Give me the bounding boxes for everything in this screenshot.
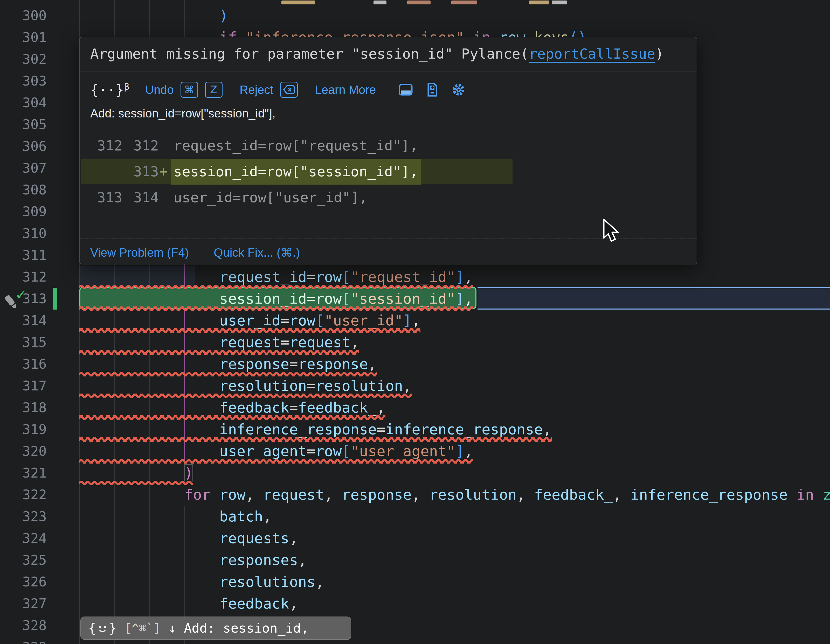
line-number: 328	[0, 614, 47, 636]
diff-row-context: 313314user_id=row["user_id"],	[80, 185, 697, 210]
error-squiggle	[79, 328, 420, 333]
line-number: 306	[0, 135, 47, 157]
code-text: )	[79, 5, 228, 27]
code-text: feedback,	[79, 593, 298, 614]
line-number: 323	[0, 506, 47, 527]
error-message: Argument missing for parameter "session_…	[90, 46, 664, 62]
z-key-hint: Z	[205, 82, 223, 98]
diff-preview: 312312request_id=row["request_id"],313+s…	[80, 133, 697, 210]
code-line-315[interactable]: 315 request=request,	[0, 331, 830, 353]
toggle-panel-icon[interactable]	[398, 82, 413, 97]
line-number: 326	[0, 571, 47, 593]
error-squiggle	[79, 481, 193, 485]
line-number: 303	[0, 70, 47, 92]
diff-row-context: 312312request_id=row["request_id"],	[80, 133, 697, 159]
line-number: 316	[0, 353, 47, 375]
report-call-issue-link[interactable]: reportCallIssue	[529, 46, 656, 62]
code-line-327[interactable]: 327 feedback,	[0, 593, 830, 614]
copilot-face-icon: { }	[88, 621, 117, 636]
code-line-317[interactable]: 317 resolution=resolution,	[0, 375, 830, 397]
copilot-beta-icon: {··}β	[90, 81, 130, 98]
diff-new-line-number: 314	[125, 185, 159, 210]
code-line-321[interactable]: 321 )	[0, 462, 830, 484]
code-line-312[interactable]: 312 request_id=row["request_id"],	[0, 266, 830, 288]
copilot-next-edit-hint[interactable]: { } [^⌘`] ↓ Add: session_id,	[81, 617, 351, 640]
keybinding-hint: [^⌘`]	[125, 621, 160, 635]
inline-fix-toolbar: {··}β Undo ⌘ Z Reject Learn More	[90, 76, 466, 103]
code-line-322[interactable]: 322 for row, request, response, resoluti…	[0, 484, 830, 506]
line-number: 325	[0, 549, 47, 571]
line-number: 322	[0, 484, 47, 506]
escape-key-icon	[280, 82, 298, 98]
git-added-gutter-bar	[53, 288, 57, 310]
undo-button[interactable]: Undo	[145, 83, 174, 97]
error-squiggle	[79, 437, 552, 442]
code-line-318[interactable]: 318 feedback=feedback_,	[0, 397, 830, 418]
code-line-319[interactable]: 319 inference_response=inference_respons…	[0, 418, 830, 440]
line-number: 311	[0, 244, 47, 266]
line-number: 309	[0, 201, 47, 222]
line-number: 310	[0, 222, 47, 244]
current-line-border	[477, 287, 830, 310]
diff-new-line-number: 312	[125, 133, 159, 159]
line-number: 317	[0, 375, 47, 397]
line-number: 300	[0, 5, 47, 27]
diff-old-line-number: 313	[89, 185, 122, 210]
diff-code: session_id=row["session_id"],	[171, 159, 421, 185]
code-text: batch,	[79, 506, 272, 527]
code-line-313[interactable]: 313 session_id=row["session_id"],	[0, 288, 830, 310]
error-squiggle	[79, 415, 385, 420]
error-text: Argument missing for parameter "session_…	[90, 46, 529, 62]
line-number: 308	[0, 179, 47, 201]
diff-plus-sign: +	[159, 159, 168, 185]
line-number: 312	[0, 266, 47, 288]
hint-label: ↓ Add: session_id,	[168, 621, 309, 636]
code-line-316[interactable]: 316 response=response,	[0, 353, 830, 375]
code-text: for row, request, response, resolution, …	[79, 484, 830, 506]
code-line-300[interactable]: 300 )	[0, 5, 830, 27]
code-line-320[interactable]: 320 user_agent=row["user_agent"],	[0, 440, 830, 462]
reject-button[interactable]: Reject	[240, 83, 273, 97]
learn-more-link[interactable]: Learn More	[315, 83, 376, 97]
error-squiggle	[79, 372, 377, 377]
backspace-icon	[283, 85, 295, 94]
line-number: 301	[0, 27, 47, 48]
diff-code: request_id=row["request_id"],	[174, 133, 418, 159]
code-text: resolutions,	[79, 571, 324, 593]
copilot-edit-gutter-indicator[interactable]: ✓	[2, 290, 33, 310]
line-number: 302	[0, 48, 47, 70]
code-line-326[interactable]: 326 resolutions,	[0, 571, 830, 593]
code-line-325[interactable]: 325 responses,	[0, 549, 830, 571]
code-line-314[interactable]: 314 user_id=row["user_id"],	[0, 310, 830, 331]
mouse-cursor	[602, 218, 621, 244]
quick-fix-link[interactable]: Quick Fix... (⌘.)	[214, 245, 300, 259]
code-text: responses,	[79, 549, 307, 571]
settings-gear-icon[interactable]	[451, 82, 466, 97]
hover-actions: View Problem (F4) Quick Fix... (⌘.)	[90, 242, 300, 263]
diff-old-line-number: 312	[89, 133, 122, 159]
diff-row-added: 313+session_id=row["session_id"],	[80, 159, 697, 185]
error-squiggle	[79, 307, 473, 311]
open-changes-icon[interactable]	[425, 82, 440, 97]
diff-new-line-number: 313	[125, 159, 159, 185]
error-squiggle	[79, 350, 359, 354]
code-text: requests,	[79, 527, 298, 549]
error-text-close: )	[655, 46, 664, 62]
view-problem-link[interactable]: View Problem (F4)	[90, 245, 189, 259]
line-number: 307	[0, 157, 47, 179]
line-number: 304	[0, 92, 47, 114]
error-squiggle	[79, 459, 473, 464]
code-line-323[interactable]: 323 batch,	[0, 506, 830, 527]
fix-title: Add: session_id=row["session_id"],	[90, 106, 276, 120]
line-number: 314	[0, 310, 47, 331]
check-icon: ✓	[15, 286, 27, 303]
line-number: 321	[0, 462, 47, 484]
line-number: 315	[0, 331, 47, 353]
line-number: 329	[0, 636, 47, 644]
line-number: 324	[0, 527, 47, 549]
line-number: 318	[0, 397, 47, 418]
error-squiggle	[79, 394, 412, 398]
diff-code: user_id=row["user_id"],	[174, 185, 367, 210]
code-line-324[interactable]: 324 requests,	[0, 527, 830, 549]
separator	[80, 71, 697, 72]
